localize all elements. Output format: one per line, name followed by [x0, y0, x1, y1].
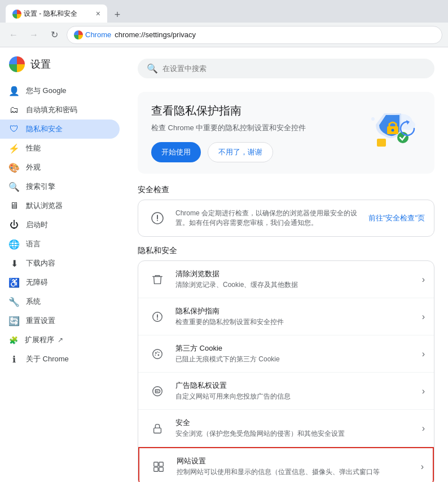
svg-point-16 [157, 351, 158, 352]
site-settings-row[interactable]: 网站设置 控制网站可以使用和显示的信息（位置信息、摄像头、弹出式窗口等 › [138, 447, 434, 482]
sidebar: 设置 👤 您与 Google 🗂 自动填充和密码 🛡 隐私和安全 ⚡ 性能 🎨 … [0, 47, 124, 482]
svg-point-6 [371, 117, 375, 121]
privacy-guide-desc: 检查重要的隐私控制设置和安全控件 [175, 317, 414, 327]
banner-buttons: 开始使用 不用了，谢谢 [151, 142, 353, 162]
sidebar-item-extensions[interactable]: 🧩 扩展程序 ↗ [0, 330, 120, 350]
site-settings-arrow: › [421, 462, 424, 472]
security-text: 安全 安全浏览（保护您免受危险网站的侵害）和其他安全设置 [175, 418, 414, 439]
privacy-guide-row[interactable]: 隐私保护指南 检查重要的隐私控制设置和安全控件 › [138, 298, 434, 335]
safety-check-icon [147, 208, 168, 228]
safety-check-text: Chrome 会定期进行检查，以确保您的浏览器使用最安全的设置。如有任何内容需要… [175, 209, 361, 228]
start-button[interactable]: 开始使用 [151, 142, 201, 162]
third-party-cookie-row[interactable]: 第三方 Cookie 已阻止无痕模式下的第三方 Cookie › [138, 335, 434, 373]
sidebar-item-downloads[interactable]: ⬇ 下载内容 [0, 254, 120, 273]
sidebar-label-browser: 默认浏览器 [26, 201, 63, 211]
clear-browsing-arrow: › [422, 275, 425, 285]
safety-check-card[interactable]: Chrome 会定期进行检查，以确保您的浏览器使用最安全的设置。如有任何内容需要… [138, 200, 434, 237]
svg-point-18 [159, 352, 160, 353]
browser-chrome: 设置 - 隐私和安全 × + ← → ↻ Chrome chrome://set… [0, 0, 448, 47]
safety-check-link[interactable]: 前往"安全检查"页 [368, 213, 425, 223]
sidebar-item-appearance[interactable]: 🎨 外观 [0, 158, 120, 177]
sidebar-label-autofill: 自动填充和密码 [26, 105, 77, 115]
active-tab[interactable]: 设置 - 隐私和安全 × [6, 5, 107, 23]
trash-icon [147, 269, 168, 290]
performance-icon: ⚡ [9, 143, 19, 153]
search-icon: 🔍 [147, 63, 158, 74]
svg-point-7 [407, 116, 410, 118]
security-row[interactable]: 安全 安全浏览（保护您免受危险网站的侵害）和其他安全设置 › [138, 410, 434, 447]
clear-browsing-row[interactable]: 清除浏览数据 清除浏览记录、Cookie、缓存及其他数据 › [138, 261, 434, 298]
ad-privacy-title: 广告隐私权设置 [175, 381, 414, 391]
ad-privacy-arrow: › [422, 386, 425, 396]
forward-button[interactable]: → [26, 27, 42, 43]
svg-point-13 [153, 349, 162, 359]
sidebar-item-performance[interactable]: ⚡ 性能 [0, 139, 120, 158]
ad-privacy-row[interactable]: 广告隐私权设置 自定义网站可用来向您投放广告的信息 › [138, 373, 434, 410]
language-icon: 🌐 [9, 239, 19, 249]
person-icon: 👤 [9, 86, 19, 96]
privacy-guide-title: 隐私保护指南 [175, 306, 414, 316]
sidebar-label-extensions: 扩展程序 ↗ [25, 335, 63, 345]
sidebar-item-startup[interactable]: ⏻ 启动时 [0, 215, 120, 235]
banner-subtitle: 检查 Chrome 中重要的隐私控制设置和安全控件 [151, 123, 353, 133]
sidebar-label-accessibility: 无障碍 [26, 277, 48, 288]
svg-point-15 [157, 354, 159, 356]
back-button[interactable]: ← [6, 27, 21, 43]
sidebar-item-google[interactable]: 👤 您与 Google [0, 81, 120, 100]
accessibility-icon: ♿ [9, 277, 19, 288]
sidebar-item-accessibility[interactable]: ♿ 无障碍 [0, 273, 120, 292]
sidebar-item-default-browser[interactable]: 🖥 默认浏览器 [0, 196, 120, 215]
search-bar[interactable]: 🔍 [138, 59, 434, 78]
new-tab-button[interactable]: + [109, 7, 125, 23]
security-desc: 安全浏览（保护您免受危险网站的侵害）和其他安全设置 [175, 429, 414, 439]
svg-rect-23 [154, 467, 158, 471]
address-bar[interactable]: Chrome chrome://settings/privacy [67, 26, 442, 44]
sidebar-item-autofill[interactable]: 🗂 自动填充和密码 [0, 100, 120, 120]
sidebar-item-search[interactable]: 🔍 搜索引擎 [0, 177, 120, 196]
clear-browsing-text: 清除浏览数据 清除浏览记录、Cookie、缓存及其他数据 [175, 269, 414, 290]
sidebar-item-privacy[interactable]: 🛡 隐私和安全 [0, 120, 120, 139]
info-icon: ℹ [9, 354, 19, 364]
clear-browsing-title: 清除浏览数据 [175, 269, 414, 279]
site-settings-title: 网站设置 [177, 456, 413, 466]
default-browser-icon: 🖥 [9, 201, 19, 211]
security-title: 安全 [175, 418, 414, 428]
third-party-cookie-arrow: › [422, 349, 425, 359]
banner-title: 查看隐私保护指南 [151, 103, 353, 118]
banner-illustration [353, 105, 421, 161]
reload-button[interactable]: ↻ [46, 27, 62, 43]
sidebar-label-appearance: 外观 [26, 162, 41, 173]
tab-title: 设置 - 隐私和安全 [24, 9, 93, 19]
privacy-guide-text: 隐私保护指南 检查重要的隐私控制设置和安全控件 [175, 306, 414, 327]
privacy-guide-banner: 查看隐私保护指南 检查 Chrome 中重要的隐私控制设置和安全控件 开始使用 … [138, 92, 434, 174]
third-party-cookie-desc: 已阻止无痕模式下的第三方 Cookie [175, 355, 414, 364]
extensions-icon: 🧩 [9, 336, 18, 344]
third-party-cookie-title: 第三方 Cookie [175, 343, 414, 353]
startup-icon: ⏻ [9, 220, 19, 230]
address-favicon: Chrome [74, 30, 111, 39]
tab-close-button[interactable]: × [96, 9, 100, 18]
svg-point-4 [392, 129, 394, 131]
no-thanks-button[interactable]: 不用了，谢谢 [208, 142, 273, 162]
autofill-icon: 🗂 [9, 105, 19, 115]
third-party-cookie-text: 第三方 Cookie 已阻止无痕模式下的第三方 Cookie [175, 343, 414, 364]
sidebar-item-about[interactable]: ℹ 关于 Chrome [0, 350, 120, 369]
svg-rect-22 [159, 462, 163, 466]
safety-check-desc: Chrome 会定期进行检查，以确保您的浏览器使用最安全的设置。如有任何内容需要… [175, 209, 357, 227]
navigation-bar: ← → ↻ Chrome chrome://settings/privacy [0, 23, 448, 47]
search-input[interactable] [162, 64, 425, 73]
address-text: chrome://settings/privacy [115, 30, 196, 39]
system-icon: 🔧 [9, 297, 19, 307]
main-content: 🔍 查看隐私保护指南 检查 Chrome 中重要的隐私控制设置和安全控件 开始使… [124, 47, 448, 482]
ad-icon [147, 381, 168, 401]
sidebar-item-language[interactable]: 🌐 语言 [0, 235, 120, 254]
sidebar-label-search: 搜索引擎 [26, 182, 55, 192]
sidebar-logo-text: 设置 [30, 58, 51, 71]
privacy-settings-card: 清除浏览数据 清除浏览记录、Cookie、缓存及其他数据 › 隐私保护指南 检查… [138, 260, 434, 482]
sidebar-item-system[interactable]: 🔧 系统 [0, 292, 120, 311]
reset-icon: 🔄 [9, 316, 19, 326]
sidebar-item-reset[interactable]: 🔄 重置设置 [0, 311, 120, 330]
sidebar-label-reset: 重置设置 [26, 316, 55, 326]
shield-icon: 🛡 [9, 124, 19, 134]
privacy-guide-icon [147, 307, 168, 327]
